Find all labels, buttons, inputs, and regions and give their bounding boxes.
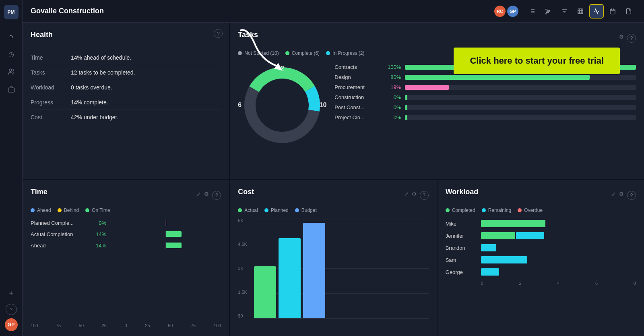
sidebar-item-team[interactable]: [4, 64, 19, 79]
donut-label-top: 2: [281, 65, 284, 72]
workload-settings-icon[interactable]: ⚙: [619, 191, 624, 200]
cost-panel: Cost ⤢ ⚙ ? Actual Planned Budget 6K4.5K3…: [230, 180, 436, 336]
jennifer-remaining-bar: [516, 232, 544, 239]
workload-title: Workload: [446, 188, 479, 196]
health-help-icon[interactable]: ?: [214, 29, 223, 38]
health-row-progress: Progress 14% complete.: [31, 95, 221, 110]
workload-rows: Mike Jennifer Brandon: [446, 220, 636, 276]
cost-panel-icons: ⤢ ⚙ ?: [404, 191, 429, 200]
tasks-help-icon[interactable]: ?: [627, 34, 636, 43]
donut-label-right: 10: [320, 102, 327, 109]
user-avatar[interactable]: GP: [5, 318, 18, 331]
cost-bar-budget: [303, 223, 325, 318]
workload-row-brandon: Brandon: [446, 244, 636, 252]
time-rows: Planned Comple... 0% Actual Completion 1…: [31, 220, 221, 317]
toolbar-calendar-btn[interactable]: [605, 4, 620, 19]
tasks-panel: Tasks ⚙ ? Not Started (10) Complete (6): [230, 23, 644, 179]
workload-panel-icons: ⤢ ⚙ ?: [611, 191, 636, 200]
avatar-rc[interactable]: RC: [494, 6, 506, 17]
legend-on-time: On Time: [85, 207, 110, 213]
svg-rect-10: [546, 12, 549, 12]
progress-row-design: Design 80%: [334, 74, 636, 80]
cost-yaxis: 6K4.5K3K1.5K$0: [238, 218, 247, 318]
cost-help-icon[interactable]: ?: [420, 191, 429, 200]
svg-rect-20: [610, 9, 615, 14]
donut-chart: [238, 61, 326, 149]
svg-rect-8: [546, 9, 547, 10]
workload-xaxis: 02468: [446, 276, 636, 286]
time-row-planned: Planned Comple... 0%: [31, 220, 221, 226]
health-panel-icons: ?: [214, 29, 223, 38]
health-row-tasks: Tasks 12 tasks to be completed.: [31, 65, 221, 80]
svg-rect-1: [8, 88, 14, 92]
tasks-title: Tasks: [238, 31, 258, 39]
main-content: Govalle Construction RC GP: [23, 0, 644, 336]
cost-bar-planned: [279, 238, 301, 318]
legend-complete: Complete (6): [285, 50, 320, 56]
legend-not-started: Not Started (10): [238, 50, 279, 56]
toolbar-table-btn[interactable]: [573, 4, 588, 19]
workload-legend: Completed Remaining Overdue: [446, 207, 636, 213]
sidebar-item-home[interactable]: ⌂: [4, 29, 19, 44]
sidebar-item-help[interactable]: ?: [6, 304, 17, 315]
avatar-group: RC GP: [494, 6, 518, 17]
health-row-workload: Workload 0 tasks overdue.: [31, 80, 221, 95]
health-row-time: Time 14% ahead of schedule.: [31, 50, 221, 65]
sidebar-item-add[interactable]: +: [4, 286, 19, 301]
toolbar-dashboard-btn[interactable]: [589, 4, 604, 19]
toolbar: [525, 4, 636, 19]
svg-rect-15: [578, 9, 583, 14]
page-title: Govalle Construction: [31, 7, 488, 15]
time-panel: Time ⤢ ⚙ ? Ahead Behind: [23, 180, 229, 336]
cost-legend: Actual Planned Budget: [238, 207, 428, 213]
health-title: Health: [31, 31, 53, 39]
workload-row-george: George: [446, 268, 636, 276]
mike-completed-bar: [481, 220, 545, 227]
toolbar-list-btn[interactable]: [525, 4, 539, 19]
free-trial-banner[interactable]: Click here to start your free trial: [454, 48, 620, 74]
time-expand-icon[interactable]: ⤢: [196, 191, 201, 200]
sam-remaining-bar: [481, 256, 527, 263]
progress-row-construction: Construction 0%: [334, 94, 636, 100]
cost-title: Cost: [238, 188, 254, 196]
tasks-settings-icon[interactable]: ⚙: [619, 34, 624, 43]
toolbar-doc-btn[interactable]: [621, 4, 636, 19]
sidebar-item-recent[interactable]: ◷: [4, 47, 19, 61]
time-help-icon[interactable]: ?: [212, 191, 221, 200]
tasks-panel-icons: ⚙ ?: [619, 34, 636, 43]
time-row-actual: Actual Completion 14%: [31, 231, 221, 237]
toolbar-filter-btn[interactable]: [557, 4, 572, 19]
workload-row-mike: Mike: [446, 220, 636, 228]
time-row-ahead: Ahead 14%: [31, 242, 221, 249]
avatar-gp[interactable]: GP: [507, 6, 518, 17]
toolbar-gantt-btn[interactable]: [541, 4, 555, 19]
dashboard-grid: Click here to start your free trial Heal…: [23, 23, 644, 336]
svg-point-0: [9, 69, 11, 71]
workload-row-jennifer: Jennifer: [446, 232, 636, 240]
workload-expand-icon[interactable]: ⤢: [611, 191, 616, 200]
george-remaining-bar: [481, 268, 499, 276]
cost-chart: 6K4.5K3K1.5K$0: [238, 218, 428, 328]
workload-help-icon[interactable]: ?: [627, 191, 636, 200]
progress-row-post-const: Post Const... 0%: [334, 104, 636, 110]
workload-row-sam: Sam: [446, 256, 636, 264]
time-xaxis: 1007550250255075100: [31, 317, 221, 328]
cost-bar-actual: [254, 266, 276, 318]
cost-bars: [254, 218, 325, 318]
svg-rect-11: [546, 13, 547, 14]
health-panel: Health ? Time 14% ahead of schedule. Tas…: [23, 23, 229, 179]
time-settings-icon[interactable]: ⚙: [204, 191, 209, 200]
brandon-remaining-bar: [481, 244, 496, 251]
time-legend: Ahead Behind On Time: [31, 207, 221, 213]
progress-row-procurement: Procurement 19%: [334, 84, 636, 90]
time-panel-icons: ⤢ ⚙ ?: [196, 191, 221, 200]
cost-settings-icon[interactable]: ⚙: [412, 191, 417, 200]
cost-expand-icon[interactable]: ⤢: [404, 191, 409, 200]
progress-row-project-close: Project Clo... 0%: [334, 114, 636, 120]
legend-ahead: Ahead: [31, 207, 51, 213]
health-table: Time 14% ahead of schedule. Tasks 12 tas…: [31, 50, 221, 124]
app-logo[interactable]: PM: [4, 5, 19, 19]
sidebar-item-projects[interactable]: [4, 82, 19, 97]
header: Govalle Construction RC GP: [23, 0, 644, 23]
jennifer-completed-bar: [481, 232, 515, 239]
